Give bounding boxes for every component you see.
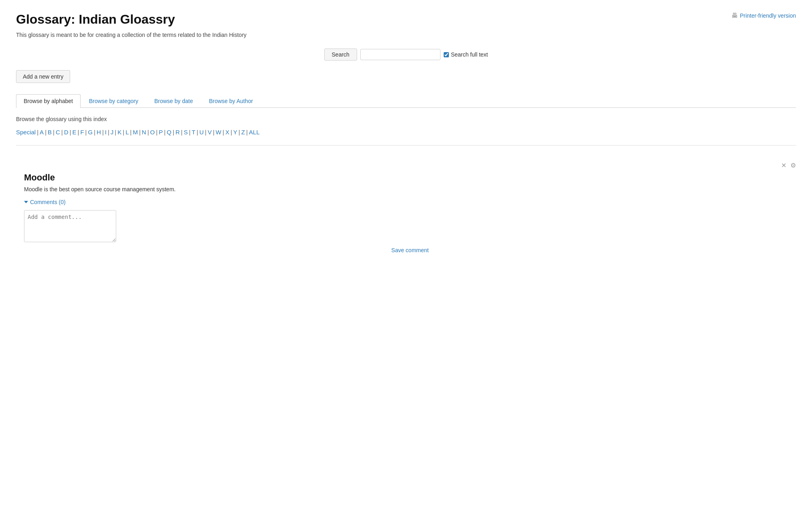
header-left: Glossary: Indian Gloassry This glossary … <box>16 12 246 40</box>
alpha-E[interactable]: E <box>72 129 76 136</box>
tab-author[interactable]: Browse by Author <box>201 94 261 107</box>
search-full-text-text: Search full text <box>451 51 488 58</box>
alphabet-index: Special | A | B | C | D | E | F | G | H … <box>16 129 796 136</box>
glossary-entry-moodle: ✕ ⚙ Moodle Moodle is the best open sourc… <box>16 154 796 257</box>
search-bar: Search Search full text <box>16 49 796 61</box>
comment-textarea[interactable] <box>24 210 116 242</box>
alpha-Q[interactable]: Q <box>167 129 172 136</box>
entry-title: Moodle <box>24 172 796 183</box>
tab-date[interactable]: Browse by date <box>147 94 201 107</box>
alpha-H[interactable]: H <box>97 129 101 136</box>
alpha-V[interactable]: V <box>208 129 212 136</box>
alpha-D[interactable]: D <box>64 129 69 136</box>
divider-1 <box>16 145 796 146</box>
browse-instruction: Browse the glossary using this index <box>16 116 796 122</box>
printer-friendly-label: Printer-friendly version <box>740 12 796 19</box>
page-subtitle: This glossary is meant to be for creatin… <box>16 32 246 38</box>
printer-friendly-link[interactable]: 🖶 Printer-friendly version <box>731 12 796 19</box>
alpha-Y[interactable]: Y <box>233 129 237 136</box>
alpha-F[interactable]: F <box>80 129 84 136</box>
alpha-N[interactable]: N <box>142 129 146 136</box>
alpha-W[interactable]: W <box>216 129 221 136</box>
collapse-icon <box>24 201 28 203</box>
gear-icon[interactable]: ⚙ <box>790 162 796 169</box>
search-input[interactable] <box>360 49 440 60</box>
add-entry-button[interactable]: Add a new entry <box>16 70 70 83</box>
page-title: Glossary: Indian Gloassry <box>16 12 246 27</box>
alpha-R[interactable]: R <box>176 129 180 136</box>
alpha-U[interactable]: U <box>199 129 204 136</box>
tab-category[interactable]: Browse by category <box>81 94 146 107</box>
entry-description: Moodle is the best open source course ma… <box>24 186 796 192</box>
save-comment-button[interactable]: Save comment <box>391 247 428 253</box>
browse-tabs: Browse by alphabet Browse by category Br… <box>16 94 796 108</box>
comments-label: Comments (0) <box>30 199 66 205</box>
alpha-M[interactable]: M <box>133 129 138 136</box>
alpha-T[interactable]: T <box>192 129 195 136</box>
close-icon[interactable]: ✕ <box>781 162 786 169</box>
page-header: Glossary: Indian Gloassry This glossary … <box>16 12 796 40</box>
alpha-S[interactable]: S <box>184 129 188 136</box>
search-full-text-checkbox[interactable] <box>444 52 449 57</box>
alpha-K[interactable]: K <box>117 129 121 136</box>
entry-actions: ✕ ⚙ <box>24 162 796 169</box>
search-button[interactable]: Search <box>324 49 357 61</box>
alpha-A[interactable]: A <box>40 129 44 136</box>
comments-toggle[interactable]: Comments (0) <box>24 199 796 205</box>
alpha-special[interactable]: Special <box>16 129 36 136</box>
alpha-P[interactable]: P <box>159 129 163 136</box>
alpha-J[interactable]: J <box>111 129 114 136</box>
printer-icon: 🖶 <box>731 12 738 19</box>
alpha-ALL[interactable]: ALL <box>249 129 260 136</box>
alpha-X[interactable]: X <box>225 129 229 136</box>
tab-alphabet[interactable]: Browse by alphabet <box>16 94 81 108</box>
alpha-B[interactable]: B <box>48 129 52 136</box>
alpha-L[interactable]: L <box>125 129 129 136</box>
alpha-Z[interactable]: Z <box>241 129 245 136</box>
alpha-C[interactable]: C <box>56 129 60 136</box>
search-full-text-label[interactable]: Search full text <box>444 51 488 58</box>
alpha-G[interactable]: G <box>88 129 93 136</box>
alpha-O[interactable]: O <box>150 129 155 136</box>
